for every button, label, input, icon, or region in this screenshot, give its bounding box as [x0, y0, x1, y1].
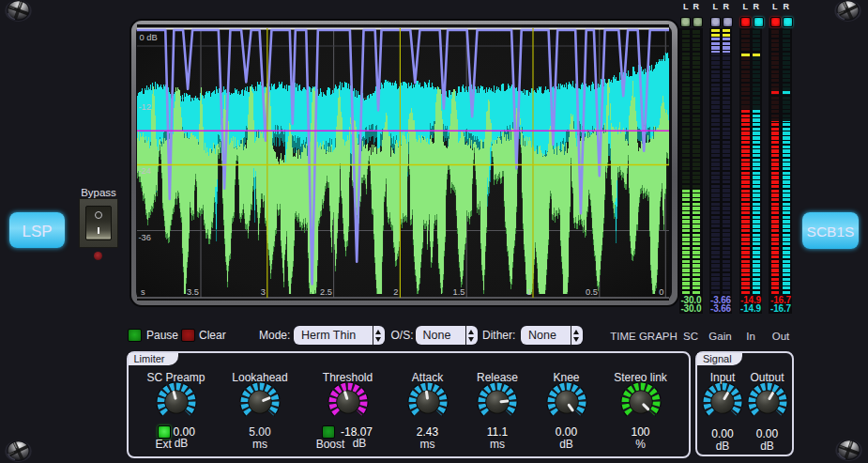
svg-text:2.5: 2.5 — [320, 287, 332, 297]
svg-text:3.5: 3.5 — [187, 287, 199, 297]
svg-text:-12: -12 — [139, 102, 151, 112]
svg-text:-36: -36 — [139, 233, 151, 242]
svg-text:0.5: 0.5 — [586, 287, 598, 297]
svg-text:s: s — [141, 287, 145, 297]
svg-text:0 dB: 0 dB — [140, 33, 158, 42]
svg-text:1.5: 1.5 — [453, 287, 465, 297]
svg-text:-24: -24 — [139, 166, 151, 176]
svg-text:1: 1 — [526, 287, 531, 297]
svg-text:0: 0 — [659, 287, 663, 297]
svg-text:3: 3 — [261, 287, 266, 297]
svg-text:2: 2 — [393, 287, 398, 297]
